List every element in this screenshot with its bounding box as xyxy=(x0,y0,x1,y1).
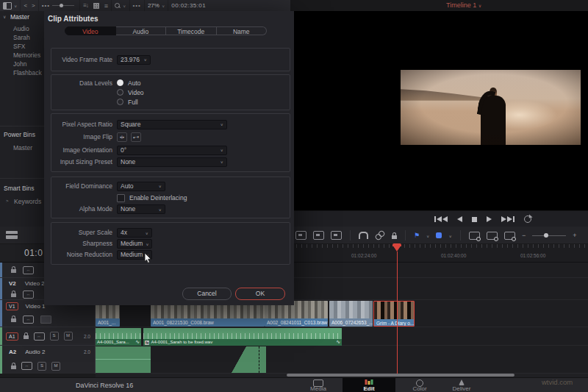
frame-rate-dropdown[interactable]: 23.976∨ xyxy=(117,55,151,65)
mute-button[interactable]: M xyxy=(64,332,73,341)
cancel-button[interactable]: Cancel xyxy=(182,288,232,300)
play-reverse-button[interactable] xyxy=(457,216,462,222)
image-orientation-dropdown[interactable]: 0°∨ xyxy=(117,146,227,155)
field-dominance-dropdown[interactable]: Auto∨ xyxy=(117,182,165,191)
audio-clip[interactable] xyxy=(96,346,151,373)
timeline-view-options-icon[interactable] xyxy=(6,231,18,239)
bin-item[interactable]: Memories xyxy=(13,51,40,59)
auto-select-icon[interactable]: ↔ xyxy=(34,332,45,341)
mute-button[interactable]: M xyxy=(51,362,60,371)
slider-knob[interactable] xyxy=(60,4,63,7)
volume-curve-icon[interactable]: ∿ xyxy=(135,339,140,345)
lock-icon[interactable] xyxy=(11,293,16,297)
page-tab-media[interactable]: Media xyxy=(301,378,335,392)
flip-vertical-button[interactable]: ▴–▾ xyxy=(131,132,141,142)
zoom-in-button[interactable]: + xyxy=(573,232,576,239)
replace-clip-icon[interactable] xyxy=(331,231,342,240)
radio-auto[interactable]: Auto xyxy=(117,79,141,87)
track-header-a1[interactable]: A1 ↔ S M 2.0 xyxy=(0,327,96,346)
timeline-selector[interactable]: Timeline 1 ∨ xyxy=(446,1,481,9)
power-bin-item[interactable]: Master xyxy=(13,144,32,152)
bin-item[interactable]: SFX xyxy=(13,43,26,50)
page-tab-color[interactable]: Color xyxy=(403,378,437,392)
page-tab-edit[interactable]: Edit xyxy=(343,378,395,392)
auto-select-icon[interactable]: ↔ xyxy=(23,266,34,274)
bin-item-master[interactable]: Master xyxy=(10,13,29,21)
radio-full[interactable]: Full xyxy=(117,99,138,106)
radio-video[interactable]: Video xyxy=(117,89,144,96)
full-extent-zoom-icon[interactable] xyxy=(469,232,480,240)
position-lock-icon[interactable] xyxy=(392,235,397,239)
playhead-marker[interactable] xyxy=(392,245,401,252)
lock-icon[interactable] xyxy=(11,366,16,369)
sort-icon[interactable]: ≡↓ xyxy=(83,2,88,9)
bin-item[interactable]: Flashback xyxy=(13,69,42,76)
timeline-clip-selected[interactable]: Grim - A Diary o... xyxy=(373,301,415,327)
fade-in-handle[interactable] xyxy=(232,346,246,373)
chevron-down-icon[interactable]: ∨ xyxy=(123,4,126,8)
blade-edit-mode-icon[interactable] xyxy=(295,231,306,240)
search-icon[interactable] xyxy=(115,3,120,8)
filmstrip-icon[interactable] xyxy=(40,316,51,324)
volume-curve-icon[interactable]: ∿ xyxy=(336,339,340,345)
tab-name[interactable]: Name xyxy=(217,26,268,35)
grid-view-icon[interactable] xyxy=(93,3,99,9)
zoom-level-value[interactable]: 27% xyxy=(148,2,159,9)
bin-item[interactable]: Sarah xyxy=(13,34,30,41)
tab-audio[interactable]: Audio xyxy=(116,26,167,35)
ellipsis-icon[interactable]: ••• xyxy=(42,2,50,9)
linked-selection-icon[interactable] xyxy=(374,229,386,241)
loop-button[interactable] xyxy=(524,215,531,223)
auto-select-icon[interactable]: ↔ xyxy=(21,362,32,370)
solo-button[interactable]: S xyxy=(37,362,46,371)
bin-item[interactable]: Audio xyxy=(13,25,29,32)
flag-icon[interactable]: ⚑ xyxy=(414,232,420,239)
panel-toggle-icon[interactable] xyxy=(3,2,12,10)
auto-select-icon[interactable]: ↔ xyxy=(23,291,34,299)
thumbnail-size-slider[interactable] xyxy=(52,5,74,6)
lock-icon[interactable] xyxy=(24,335,29,339)
list-view-icon[interactable]: ≡ xyxy=(104,2,108,10)
lock-icon[interactable] xyxy=(11,269,16,273)
audio-clip[interactable]: A4-0001_Sara... ∿ xyxy=(96,328,141,346)
scrollbar-thumb[interactable] xyxy=(287,374,514,377)
ok-button[interactable]: OK xyxy=(235,288,285,300)
lock-icon[interactable] xyxy=(11,318,16,322)
snapping-magnet-icon[interactable] xyxy=(359,232,368,239)
go-to-end-button[interactable] xyxy=(501,216,514,222)
more-options-icon[interactable]: ••• xyxy=(133,2,141,9)
page-tab-deliver[interactable]: Deliver xyxy=(441,378,482,392)
flip-horizontal-button[interactable]: ◂|▸ xyxy=(117,132,127,142)
chevron-down-icon[interactable]: ∨ xyxy=(162,4,165,8)
track-lane-a2[interactable] xyxy=(96,346,588,374)
marker-icon[interactable] xyxy=(436,232,442,238)
chevron-down-icon[interactable]: ∨ xyxy=(448,233,451,238)
audio-clip[interactable]: fxA4-0001_Sarah to be fixed.wav ∿ xyxy=(143,328,342,346)
super-scale-dropdown[interactable]: 4x∨ xyxy=(117,228,152,238)
chevron-right-icon[interactable]: > xyxy=(6,199,9,203)
sharpness-dropdown[interactable]: Medium∨ xyxy=(117,239,152,249)
insert-clip-icon[interactable] xyxy=(313,231,324,240)
custom-zoom-icon[interactable] xyxy=(504,232,515,240)
back-button[interactable]: < xyxy=(24,2,27,9)
chevron-down-icon[interactable]: ∨ xyxy=(3,14,6,19)
slider-knob[interactable] xyxy=(544,233,548,238)
timeline-clip[interactable]: A006_07242653_... xyxy=(329,301,373,327)
track-header-a2[interactable]: A2 Audio 2 2.0 xyxy=(0,346,96,358)
zoom-out-button[interactable]: − xyxy=(522,232,526,239)
alpha-mode-dropdown[interactable]: None∨ xyxy=(117,204,165,214)
detail-zoom-icon[interactable] xyxy=(487,232,498,240)
bin-item[interactable]: John xyxy=(13,60,26,68)
tab-video[interactable]: Video xyxy=(65,26,116,35)
solo-button[interactable]: S xyxy=(50,332,59,341)
smart-bin-item[interactable]: Keywords xyxy=(14,198,41,205)
timeline-zoom-slider[interactable] xyxy=(532,235,566,236)
input-sizing-preset-dropdown[interactable]: None∨ xyxy=(117,157,227,167)
chevron-down-icon[interactable]: ∨ xyxy=(426,233,429,238)
stop-button[interactable] xyxy=(472,217,477,222)
go-to-start-button[interactable] xyxy=(434,216,448,222)
chevron-down-icon[interactable]: ∨ xyxy=(14,4,17,8)
tab-timecode[interactable]: Timecode xyxy=(166,26,217,35)
play-button[interactable] xyxy=(487,216,492,222)
audio-clip[interactable] xyxy=(232,346,266,373)
